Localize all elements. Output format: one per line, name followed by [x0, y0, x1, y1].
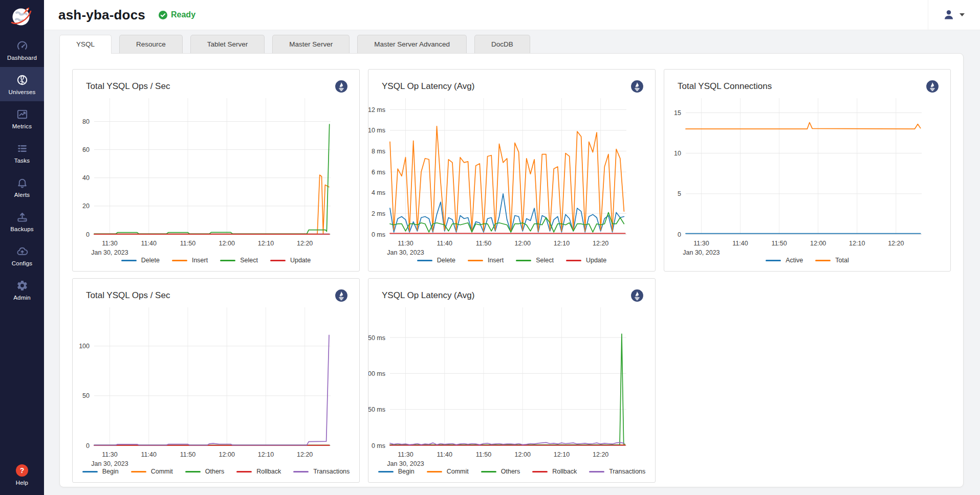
tab-resource[interactable]: Resource: [119, 35, 183, 53]
svg-text:11:40: 11:40: [141, 240, 157, 247]
sidebar-item-label: Help: [16, 480, 28, 486]
legend-label: Delete: [141, 257, 160, 264]
sidebar-item-metrics[interactable]: Metrics: [0, 101, 44, 136]
svg-text:11:40: 11:40: [437, 451, 452, 458]
user-icon: [943, 9, 955, 21]
legend-item-update: Update: [566, 257, 606, 264]
legend-label: Update: [586, 257, 606, 264]
legend-item-insert: Insert: [468, 257, 504, 264]
legend-swatch: [236, 471, 252, 472]
sidebar-item-dashboard[interactable]: Dashboard: [0, 33, 44, 67]
yba-universe-page: Dashboard Universes Metrics Tasks Alerts: [0, 0, 980, 495]
legend-item-others: Others: [185, 468, 225, 475]
svg-text:12:00: 12:00: [219, 240, 235, 247]
tab-master-server-advanced[interactable]: Master Server Advanced: [357, 35, 467, 53]
legend-swatch: [468, 260, 483, 261]
chart-title: Total YSQL Connections: [678, 81, 772, 92]
legend-label: Others: [205, 468, 225, 475]
chart-plot-area[interactable]: 02040608011:3011:4011:5012:0012:1012:20J…: [73, 94, 359, 254]
prometheus-icon[interactable]: [335, 289, 348, 302]
chart-legend: DeleteInsertSelectUpdate: [368, 254, 655, 266]
svg-text:8 ms: 8 ms: [372, 148, 385, 155]
legend-swatch: [82, 471, 98, 472]
metrics-icon: [16, 108, 28, 120]
svg-text:80: 80: [82, 118, 90, 125]
legend-label: Transactions: [609, 468, 645, 475]
svg-text:4 ms: 4 ms: [372, 189, 385, 196]
chevron-down-icon: [960, 13, 965, 16]
chart-plot-area[interactable]: 05101511:3011:4011:5012:0012:1012:20Jan …: [664, 94, 950, 254]
chart-panel-total-ysql-connections: Total YSQL Connections 05101511:3011:401…: [664, 69, 951, 272]
chart-title: Total YSQL Ops / Sec: [86, 290, 170, 301]
user-menu-button[interactable]: [943, 9, 980, 21]
tab-content-area: YSQL Resource Tablet Server Master Serve…: [44, 30, 980, 495]
universe-globe-icon: [16, 74, 28, 86]
svg-text:11:50: 11:50: [180, 451, 195, 458]
sidebar-item-backups[interactable]: Backups: [0, 204, 44, 238]
prometheus-icon[interactable]: [926, 80, 939, 93]
chart-panel-total-ysql-ops-transactions: Total YSQL Ops / Sec 05010011:3011:4011:…: [72, 278, 360, 483]
sidebar-item-universes[interactable]: Universes: [0, 67, 44, 101]
legend-swatch: [589, 471, 604, 472]
prometheus-icon[interactable]: [630, 289, 644, 302]
tab-tablet-server[interactable]: Tablet Server: [190, 35, 265, 53]
svg-text:2 ms: 2 ms: [372, 210, 385, 217]
legend-label: Select: [240, 257, 258, 264]
page-header: ash-yba-docs Ready: [44, 0, 980, 30]
svg-text:12:20: 12:20: [888, 240, 904, 247]
sidebar-item-tasks[interactable]: Tasks: [0, 136, 44, 170]
svg-text:11:30: 11:30: [102, 240, 117, 247]
svg-text:11:40: 11:40: [437, 240, 452, 247]
sidebar-item-label: Configs: [12, 260, 32, 266]
legend-label: Total: [835, 257, 848, 264]
legend-item-others: Others: [481, 468, 520, 475]
legend-swatch: [532, 471, 548, 472]
legend-swatch: [417, 260, 432, 261]
svg-text:0: 0: [86, 442, 90, 449]
chart-plot-area[interactable]: 05010011:3011:4011:5012:0012:1012:20Jan …: [73, 303, 359, 465]
sidebar-item-label: Universes: [9, 89, 36, 95]
svg-text:0: 0: [86, 231, 90, 238]
status-badge: Ready: [159, 10, 195, 19]
svg-text:12:00: 12:00: [515, 451, 531, 458]
legend-label: Delete: [437, 257, 455, 264]
sidebar-item-alerts[interactable]: Alerts: [0, 170, 44, 204]
legend-swatch: [131, 471, 146, 472]
chart-plot-area[interactable]: 0 ms2 ms4 ms6 ms8 ms10 ms12 ms11:3011:40…: [368, 94, 655, 254]
sidebar-item-admin[interactable]: Admin: [0, 273, 44, 307]
svg-text:11:30: 11:30: [398, 451, 413, 458]
prometheus-icon[interactable]: [335, 80, 348, 93]
svg-text:11:30: 11:30: [693, 240, 709, 247]
yugabyte-logo[interactable]: [0, 0, 44, 33]
svg-text:60: 60: [82, 146, 90, 153]
legend-swatch: [185, 471, 201, 472]
legend-label: Rollback: [552, 468, 577, 475]
legend-label: Select: [536, 257, 554, 264]
legend-label: Update: [290, 257, 311, 264]
tab-master-server[interactable]: Master Server: [272, 35, 350, 53]
svg-text:12:00: 12:00: [515, 240, 531, 247]
universe-title: ash-yba-docs: [58, 7, 145, 23]
tab-docdb[interactable]: DocDB: [474, 35, 530, 53]
svg-text:11:40: 11:40: [141, 451, 157, 458]
chart-plot-area[interactable]: 0 ms50 ms100 ms150 ms11:3011:4011:5012:0…: [368, 303, 655, 465]
legend-swatch: [481, 471, 496, 472]
legend-swatch: [172, 260, 187, 261]
svg-text:12:10: 12:10: [258, 240, 274, 247]
prometheus-icon[interactable]: [630, 80, 644, 93]
legend-swatch: [121, 260, 137, 261]
chart-panel-total-ysql-ops: Total YSQL Ops / Sec 02040608011:3011:40…: [72, 69, 360, 272]
legend-swatch: [815, 260, 831, 261]
svg-text:50: 50: [82, 392, 90, 399]
legend-item-total: Total: [815, 257, 848, 264]
tasks-icon: [16, 142, 28, 154]
svg-text:0: 0: [678, 231, 681, 238]
tab-ysql[interactable]: YSQL: [59, 35, 112, 53]
chart-title: YSQL Op Latency (Avg): [382, 81, 474, 92]
legend-item-select: Select: [516, 257, 554, 264]
sidebar-item-label: Admin: [13, 295, 31, 301]
svg-text:12:20: 12:20: [593, 451, 608, 458]
sidebar-item-configs[interactable]: Configs: [0, 238, 44, 273]
sidebar-item-help[interactable]: ? Help: [0, 458, 44, 495]
sidebar-item-label: Backups: [10, 226, 34, 232]
